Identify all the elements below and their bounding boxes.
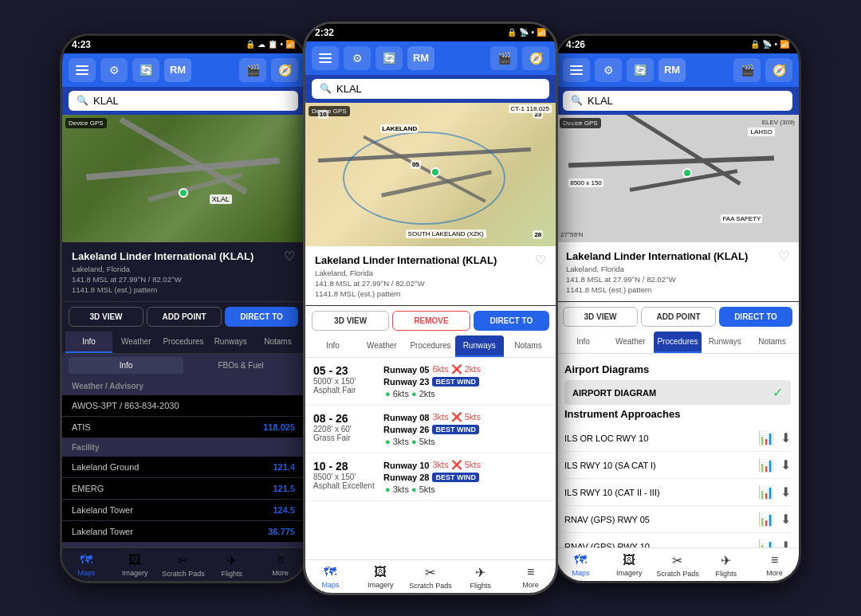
- proc-rnav-05[interactable]: RNAV (GPS) RWY 05 📊 ⬇: [564, 506, 791, 533]
- chart-icon-1[interactable]: 📊: [758, 430, 774, 445]
- list-atis[interactable]: ATIS 118.025: [62, 417, 305, 438]
- tab-procedures-left[interactable]: Procedures: [159, 332, 206, 353]
- map-area-center[interactable]: Device GPS LAKELAND 23 10 28 05 CT-1 118…: [305, 103, 556, 246]
- favorite-btn-right[interactable]: ♡: [778, 249, 789, 264]
- chart-icon-4[interactable]: 📊: [758, 512, 774, 527]
- nav-maps-left[interactable]: 🗺 Maps: [62, 553, 111, 578]
- download-icon-1[interactable]: ⬇: [780, 430, 791, 445]
- direct-to-btn-right[interactable]: DIRECT TO: [719, 307, 792, 327]
- chart-icon-5[interactable]: 📊: [758, 539, 774, 547]
- download-icon-4[interactable]: ⬇: [780, 512, 791, 527]
- proc-ils-loc-10[interactable]: ILS OR LOC RWY 10 📊 ⬇: [564, 425, 791, 452]
- nav-imagery-center[interactable]: 🖼 Imagery: [356, 565, 406, 590]
- tab-info-center[interactable]: Info: [309, 335, 357, 357]
- remove-btn-center[interactable]: REMOVE: [392, 311, 470, 331]
- rm-btn-left[interactable]: RM: [164, 58, 191, 82]
- favorite-btn-left[interactable]: ♡: [284, 249, 295, 264]
- proc-rnav-10[interactable]: RNAV (GPS) RWY 10 📊 ⬇: [564, 533, 791, 547]
- tab-runways-center[interactable]: Runways: [455, 335, 504, 357]
- settings-btn-center[interactable]: ⚙: [344, 46, 371, 70]
- list-tower1[interactable]: Lakeland Tower 124.5: [62, 500, 305, 521]
- proc-name-rnav-05: RNAV (GPS) RWY 05: [564, 515, 758, 524]
- nav-flights-center[interactable]: ✈ Flights: [455, 565, 505, 590]
- nav-scratch-right[interactable]: ✂ Scratch Pads: [654, 553, 702, 578]
- search-input-center[interactable]: 🔍 KLAL: [312, 79, 549, 99]
- video-btn-right[interactable]: 🎬: [733, 58, 761, 82]
- rm-btn-center[interactable]: RM: [407, 46, 434, 70]
- tab-weather-right[interactable]: Weather: [607, 332, 654, 353]
- layers-btn-right[interactable]: [563, 58, 590, 82]
- compass-btn-left[interactable]: 🧭: [271, 58, 298, 82]
- map-area-left[interactable]: Device GPS XLAL: [62, 115, 305, 242]
- proc-icons-4: 📊 ⬇: [758, 512, 791, 527]
- nav-flights-right[interactable]: ✈ Flights: [702, 553, 750, 578]
- search-input-right[interactable]: 🔍 KLAL: [563, 91, 792, 111]
- nav-more-center[interactable]: ≡ More: [505, 565, 556, 590]
- compass-btn-right[interactable]: 🧭: [765, 58, 792, 82]
- tab-info-right[interactable]: Info: [560, 332, 607, 353]
- time-right: 4:26: [566, 39, 585, 50]
- proc-icons-5: 📊 ⬇: [758, 539, 791, 547]
- direct-to-btn-center[interactable]: DIRECT TO: [474, 311, 549, 331]
- chart-icon-2[interactable]: 📊: [758, 457, 774, 473]
- tab-notams-right[interactable]: Notams: [749, 332, 796, 353]
- tab-runways-right[interactable]: Runways: [702, 332, 749, 353]
- nav-maps-center[interactable]: 🗺 Maps: [305, 565, 356, 590]
- 3d-view-btn-center[interactable]: 3D VIEW: [312, 311, 389, 331]
- tab-weather-center[interactable]: Weather: [357, 335, 406, 357]
- download-icon-2[interactable]: ⬇: [780, 457, 791, 473]
- download-icon-5[interactable]: ⬇: [780, 539, 791, 547]
- tab-weather-left[interactable]: Weather: [112, 332, 159, 353]
- proc-ils-10-catii[interactable]: ILS RWY 10 (CAT II - III) 📊 ⬇: [564, 479, 791, 506]
- sub-tab-info-left[interactable]: Info: [69, 357, 183, 374]
- tab-procedures-right[interactable]: Procedures: [654, 332, 701, 353]
- nav-imagery-left[interactable]: 🖼 Imagery: [111, 553, 159, 578]
- tab-runways-left[interactable]: Runways: [207, 332, 254, 353]
- 3d-view-btn-left[interactable]: 3D VIEW: [69, 307, 144, 327]
- refresh-btn-right[interactable]: 🔄: [627, 58, 654, 82]
- tab-info-left[interactable]: Info: [65, 332, 112, 353]
- proc-ils-10-sa[interactable]: ILS RWY 10 (SA CAT I) 📊 ⬇: [564, 452, 791, 479]
- nav-more-right[interactable]: ≡ More: [750, 553, 799, 578]
- video-btn-left[interactable]: 🎬: [239, 58, 266, 82]
- rwy10-wind: 3kts ❌ 5kts: [432, 460, 480, 470]
- airport-elev-right: 141.8 MSL at 27.99°N / 82.02°W: [566, 274, 789, 284]
- settings-btn-left[interactable]: ⚙: [100, 58, 128, 82]
- nav-imagery-right[interactable]: 🖼 Imagery: [605, 553, 654, 578]
- list-awos[interactable]: AWOS-3PT / 863-834-2030: [62, 395, 305, 417]
- proc-name-ils-catii: ILS RWY 10 (CAT II - III): [564, 488, 758, 497]
- layers-btn-left[interactable]: [69, 58, 96, 82]
- 3d-view-btn-right[interactable]: 3D VIEW: [563, 307, 638, 327]
- favorite-btn-center[interactable]: ♡: [535, 253, 546, 268]
- video-btn-center[interactable]: 🎬: [490, 46, 517, 70]
- city-label-lakeland: LAKELAND: [380, 124, 419, 133]
- nav-more-left[interactable]: ≡ More: [256, 553, 305, 578]
- list-emerg[interactable]: EMERG 121.5: [62, 478, 305, 500]
- rm-btn-right[interactable]: RM: [659, 58, 686, 82]
- layers-btn-center[interactable]: [312, 46, 339, 70]
- search-input-left[interactable]: 🔍 KLAL: [69, 91, 298, 111]
- add-point-btn-left[interactable]: ADD POINT: [147, 307, 222, 327]
- list-ground[interactable]: Lakeland Ground 121.4: [62, 457, 305, 478]
- chart-icon-3[interactable]: 📊: [758, 485, 774, 500]
- map-area-right[interactable]: Device GPS ELEV ELEV (309) 27°59'N LAHSO…: [556, 115, 799, 242]
- nav-scratch-left[interactable]: ✂ Scratch Pads: [159, 553, 208, 578]
- tab-procedures-center[interactable]: Procedures: [406, 335, 454, 357]
- settings-btn-right[interactable]: ⚙: [595, 58, 622, 82]
- nav-scratch-center[interactable]: ✂ Scratch Pads: [406, 565, 456, 590]
- tab-notams-left[interactable]: Notams: [254, 332, 301, 353]
- refresh-btn-left[interactable]: 🔄: [132, 58, 159, 82]
- direct-to-btn-left[interactable]: DIRECT TO: [225, 307, 298, 327]
- runway-1028: 10 - 28 8500' x 150' Asphalt Excellent R…: [305, 453, 556, 501]
- tab-notams-center[interactable]: Notams: [504, 335, 552, 357]
- nav-flights-left[interactable]: ✈ Flights: [207, 553, 256, 578]
- add-point-btn-right[interactable]: ADD POINT: [641, 307, 716, 327]
- download-icon-3[interactable]: ⬇: [780, 485, 791, 500]
- airport-diagram-row[interactable]: AIRPORT DIAGRAM ✓: [564, 380, 791, 405]
- refresh-btn-center[interactable]: 🔄: [375, 46, 403, 70]
- list-left: Weather / Advisory AWOS-3PT / 863-834-20…: [62, 377, 305, 547]
- sub-tab-fbos-left[interactable]: FBOs & Fuel: [183, 357, 298, 374]
- nav-maps-right[interactable]: 🗺 Maps: [556, 553, 605, 578]
- compass-btn-center[interactable]: 🧭: [522, 46, 549, 70]
- list-tower2[interactable]: Lakeland Tower 36.775: [62, 521, 305, 543]
